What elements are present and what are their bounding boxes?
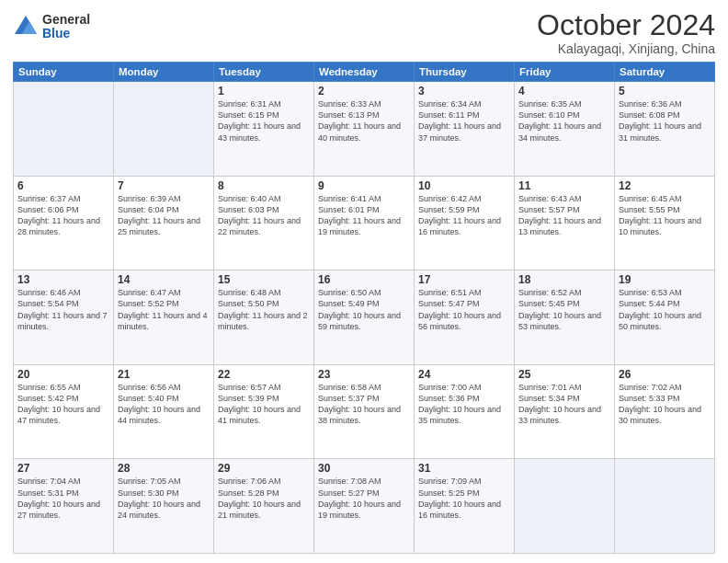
day-info: Sunrise: 6:48 AM Sunset: 5:50 PM Dayligh… [218,287,310,332]
calendar-cell: 13Sunrise: 6:46 AM Sunset: 5:54 PM Dayli… [14,270,114,365]
day-info: Sunrise: 6:52 AM Sunset: 5:45 PM Dayligh… [518,287,610,332]
header-saturday: Saturday [615,63,715,82]
header-wednesday: Wednesday [314,63,415,82]
day-info: Sunrise: 7:09 AM Sunset: 5:25 PM Dayligh… [418,476,510,521]
day-number: 5 [619,85,711,98]
calendar-cell: 10Sunrise: 6:42 AM Sunset: 5:59 PM Dayli… [415,176,515,270]
day-number: 21 [118,368,210,381]
day-number: 26 [619,368,711,381]
calendar-cell: 31Sunrise: 7:09 AM Sunset: 5:25 PM Dayli… [415,459,515,554]
day-info: Sunrise: 6:56 AM Sunset: 5:40 PM Dayligh… [118,382,210,427]
calendar-week-4: 20Sunrise: 6:55 AM Sunset: 5:42 PM Dayli… [14,364,715,459]
calendar-cell: 22Sunrise: 6:57 AM Sunset: 5:39 PM Dayli… [214,364,314,459]
day-info: Sunrise: 6:58 AM Sunset: 5:37 PM Dayligh… [318,382,410,427]
header-friday: Friday [515,63,615,82]
calendar-cell [615,459,715,554]
calendar-table: Sunday Monday Tuesday Wednesday Thursday… [13,62,715,554]
day-info: Sunrise: 7:04 AM Sunset: 5:31 PM Dayligh… [17,476,109,521]
day-number: 30 [318,462,410,475]
calendar-cell: 6Sunrise: 6:37 AM Sunset: 6:06 PM Daylig… [14,176,114,270]
calendar-cell: 4Sunrise: 6:35 AM Sunset: 6:10 PM Daylig… [515,82,615,177]
day-number: 29 [218,462,310,475]
calendar-cell: 5Sunrise: 6:36 AM Sunset: 6:08 PM Daylig… [615,82,715,177]
day-number: 31 [418,462,510,475]
calendar-cell [14,82,114,177]
calendar-cell: 1Sunrise: 6:31 AM Sunset: 6:15 PM Daylig… [214,82,314,177]
day-info: Sunrise: 7:02 AM Sunset: 5:33 PM Dayligh… [619,382,711,427]
calendar-cell: 28Sunrise: 7:05 AM Sunset: 5:30 PM Dayli… [114,459,214,554]
day-number: 20 [17,368,109,381]
calendar-cell: 11Sunrise: 6:43 AM Sunset: 5:57 PM Dayli… [515,176,615,270]
day-number: 10 [418,179,510,192]
calendar-cell: 17Sunrise: 6:51 AM Sunset: 5:47 PM Dayli… [415,270,515,365]
day-number: 3 [418,85,510,98]
calendar-cell: 15Sunrise: 6:48 AM Sunset: 5:50 PM Dayli… [214,270,314,365]
logo: General Blue [13,13,90,41]
day-number: 18 [518,273,610,286]
calendar-cell [515,459,615,554]
location-subtitle: Kalayagaqi, Xinjiang, China [537,41,715,56]
page-container: General Blue October 2024 Kalayagaqi, Xi… [0,0,728,563]
day-number: 14 [118,273,210,286]
calendar-week-3: 13Sunrise: 6:46 AM Sunset: 5:54 PM Dayli… [14,270,715,365]
day-info: Sunrise: 7:08 AM Sunset: 5:27 PM Dayligh… [318,476,410,521]
header-thursday: Thursday [415,63,515,82]
calendar-week-2: 6Sunrise: 6:37 AM Sunset: 6:06 PM Daylig… [14,176,715,270]
calendar-cell: 7Sunrise: 6:39 AM Sunset: 6:04 PM Daylig… [114,176,214,270]
day-number: 24 [418,368,510,381]
calendar-cell: 16Sunrise: 6:50 AM Sunset: 5:49 PM Dayli… [314,270,415,365]
day-number: 9 [318,179,410,192]
day-info: Sunrise: 6:57 AM Sunset: 5:39 PM Dayligh… [218,382,310,427]
day-info: Sunrise: 6:43 AM Sunset: 5:57 PM Dayligh… [518,193,610,238]
day-info: Sunrise: 6:37 AM Sunset: 6:06 PM Dayligh… [17,193,109,238]
day-info: Sunrise: 6:34 AM Sunset: 6:11 PM Dayligh… [418,98,510,144]
calendar-cell: 21Sunrise: 6:56 AM Sunset: 5:40 PM Dayli… [114,364,214,459]
day-info: Sunrise: 6:55 AM Sunset: 5:42 PM Dayligh… [17,382,109,427]
calendar-cell: 26Sunrise: 7:02 AM Sunset: 5:33 PM Dayli… [615,364,715,459]
day-info: Sunrise: 6:41 AM Sunset: 6:01 PM Dayligh… [318,193,410,238]
day-number: 8 [218,179,310,192]
day-number: 25 [518,368,610,381]
day-info: Sunrise: 6:39 AM Sunset: 6:04 PM Dayligh… [118,193,210,238]
day-info: Sunrise: 6:35 AM Sunset: 6:10 PM Dayligh… [518,98,610,144]
day-number: 16 [318,273,410,286]
day-info: Sunrise: 7:00 AM Sunset: 5:36 PM Dayligh… [418,382,510,427]
day-number: 27 [17,462,109,475]
weekday-header-row: Sunday Monday Tuesday Wednesday Thursday… [14,63,715,82]
calendar-cell: 30Sunrise: 7:08 AM Sunset: 5:27 PM Dayli… [314,459,415,554]
day-number: 1 [218,85,310,98]
logo-blue: Blue [42,27,90,40]
day-number: 28 [118,462,210,475]
calendar-cell: 2Sunrise: 6:33 AM Sunset: 6:13 PM Daylig… [314,82,415,177]
day-info: Sunrise: 6:53 AM Sunset: 5:44 PM Dayligh… [619,287,711,332]
day-number: 12 [619,179,711,192]
calendar-cell: 19Sunrise: 6:53 AM Sunset: 5:44 PM Dayli… [615,270,715,365]
header-sunday: Sunday [14,63,114,82]
logo-text: General Blue [42,13,90,41]
day-number: 13 [17,273,109,286]
calendar-week-5: 27Sunrise: 7:04 AM Sunset: 5:31 PM Dayli… [14,459,715,554]
day-number: 23 [318,368,410,381]
day-info: Sunrise: 7:01 AM Sunset: 5:34 PM Dayligh… [518,382,610,427]
calendar-cell: 20Sunrise: 6:55 AM Sunset: 5:42 PM Dayli… [14,364,114,459]
day-info: Sunrise: 6:42 AM Sunset: 5:59 PM Dayligh… [418,193,510,238]
day-number: 6 [17,179,109,192]
day-info: Sunrise: 6:45 AM Sunset: 5:55 PM Dayligh… [619,193,711,238]
calendar-cell: 25Sunrise: 7:01 AM Sunset: 5:34 PM Dayli… [515,364,615,459]
day-info: Sunrise: 6:36 AM Sunset: 6:08 PM Dayligh… [619,98,711,144]
calendar-cell: 8Sunrise: 6:40 AM Sunset: 6:03 PM Daylig… [214,176,314,270]
calendar-cell: 3Sunrise: 6:34 AM Sunset: 6:11 PM Daylig… [415,82,515,177]
day-number: 19 [619,273,711,286]
calendar-cell: 9Sunrise: 6:41 AM Sunset: 6:01 PM Daylig… [314,176,415,270]
calendar-cell [114,82,214,177]
calendar-cell: 14Sunrise: 6:47 AM Sunset: 5:52 PM Dayli… [114,270,214,365]
day-info: Sunrise: 7:06 AM Sunset: 5:28 PM Dayligh… [218,476,310,521]
logo-icon [13,14,39,40]
calendar-week-1: 1Sunrise: 6:31 AM Sunset: 6:15 PM Daylig… [14,82,715,177]
calendar-cell: 24Sunrise: 7:00 AM Sunset: 5:36 PM Dayli… [415,364,515,459]
day-number: 7 [118,179,210,192]
calendar-cell: 23Sunrise: 6:58 AM Sunset: 5:37 PM Dayli… [314,364,415,459]
day-info: Sunrise: 6:47 AM Sunset: 5:52 PM Dayligh… [118,287,210,332]
day-info: Sunrise: 6:40 AM Sunset: 6:03 PM Dayligh… [218,193,310,238]
day-info: Sunrise: 6:33 AM Sunset: 6:13 PM Dayligh… [318,98,410,144]
